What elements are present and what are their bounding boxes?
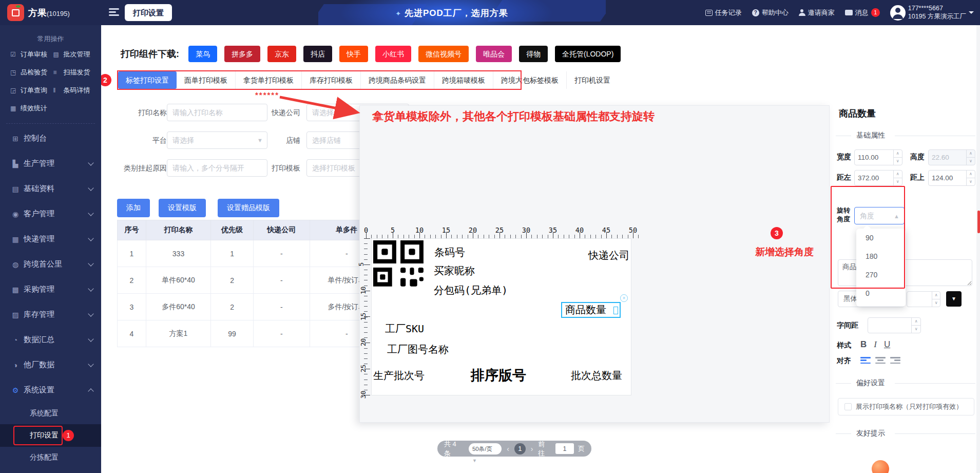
page-scrollbar[interactable]: [976, 25, 980, 473]
next-page-button[interactable]: ›: [530, 445, 534, 453]
quick-action-品检验货[interactable]: ◳品检验货: [10, 68, 53, 77]
delete-field-icon[interactable]: ×: [620, 294, 628, 302]
sidebar-item-系统设置[interactable]: ⚙系统设置: [0, 377, 101, 403]
quick-action-绩效统计[interactable]: ▦绩效统计: [10, 104, 53, 113]
open-tab-chip[interactable]: 打印设置: [125, 4, 172, 21]
tab-跨境箱唛模板[interactable]: 跨境箱唛模板: [434, 71, 493, 89]
category-hold-reason-input[interactable]: [167, 159, 267, 177]
sidebar-subitem-打印设置[interactable]: 1打印设置: [0, 424, 101, 447]
ruler-v-tick-10: 10: [359, 286, 367, 294]
sidebar-subitem-系统配置[interactable]: 系统配置: [0, 403, 101, 424]
sidebar-subitem-分拣配置[interactable]: 分拣配置: [0, 447, 101, 468]
font-size-stepper[interactable]: ∧∨: [907, 291, 940, 307]
italic-button[interactable]: I: [874, 339, 877, 349]
quick-action-订单查询[interactable]: ◲订单查询: [10, 86, 53, 95]
set-template-button[interactable]: 设置模版: [159, 199, 206, 217]
quick-action-扫描发货[interactable]: ≡扫描发货: [53, 68, 97, 77]
chevron-down-icon: [88, 235, 93, 241]
tab-拿货单打印模板[interactable]: 拿货单打印模板: [236, 71, 302, 89]
label-field-sku[interactable]: 工厂SKU: [385, 322, 424, 336]
angle-option-90[interactable]: 90: [856, 229, 906, 247]
quick-action-订单审核[interactable]: ☑订单审核: [10, 50, 53, 59]
tab-跨境商品条码设置[interactable]: 跨境商品条码设置: [361, 71, 434, 89]
label-field-sort-no[interactable]: 排序版号: [471, 366, 526, 385]
sidebar-item-生产管理[interactable]: ▙生产管理: [0, 151, 101, 176]
sidebar-item-客户管理[interactable]: ◉客户管理: [0, 201, 101, 226]
download-得物-button[interactable]: 得物: [519, 46, 548, 62]
tab-面单打印模板[interactable]: 面单打印模板: [177, 71, 236, 89]
sidebar-item-数据汇总[interactable]: ◔数据汇总: [0, 327, 101, 352]
sidebar-item-快递管理[interactable]: ▦快递管理: [0, 226, 101, 252]
align-right-icon[interactable]: [890, 357, 900, 365]
download-抖店-button[interactable]: 抖店: [303, 46, 332, 62]
label-field-batch-no[interactable]: 生产批次号: [373, 369, 425, 383]
download-微信视频号-button[interactable]: 微信视频号: [418, 46, 469, 62]
quick-action-条码详情[interactable]: ‖条码详情: [53, 86, 97, 95]
align-center-icon[interactable]: [875, 357, 886, 365]
tab-跨境大包标签模板[interactable]: 跨境大包标签模板: [493, 71, 567, 89]
tab-标签打印设置[interactable]: 标签打印设置: [118, 71, 177, 89]
page-size-select[interactable]: 50条/页 ▼: [469, 443, 502, 455]
label-field-split-code[interactable]: 分包码(兄弟单): [434, 283, 508, 297]
style-label: 样式: [837, 341, 851, 350]
table-cell: -: [253, 320, 310, 347]
rotate-angle-select[interactable]: 角度▲: [854, 207, 905, 224]
download-菜鸟-button[interactable]: 菜鸟: [188, 46, 217, 62]
label-field-drawing-name[interactable]: 工厂图号名称: [387, 343, 449, 356]
letter-spacing-stepper[interactable]: ∧∨: [868, 317, 921, 333]
download-京东-button[interactable]: 京东: [267, 46, 296, 62]
prev-page-button[interactable]: ‹: [506, 445, 510, 453]
sidebar-item-库存管理[interactable]: ▨库存管理: [0, 302, 101, 327]
align-left-icon[interactable]: [860, 357, 871, 365]
angle-option-0[interactable]: 0: [856, 284, 906, 302]
scrollbar-thumb[interactable]: [977, 211, 980, 233]
sidebar-item-基础资料[interactable]: ▤基础资料: [0, 176, 101, 201]
label-field-qty-selected[interactable]: 商品数量: [561, 302, 621, 318]
sparkle-icon: ✦: [395, 10, 401, 17]
sidebar-item-采购管理[interactable]: ▩采购管理: [0, 277, 101, 302]
platform-select[interactable]: 请选择▼: [167, 131, 267, 149]
goto-page-input[interactable]: [555, 443, 574, 454]
message-button[interactable]: 消息1: [845, 8, 880, 17]
menu-collapse-icon[interactable]: [109, 8, 119, 16]
current-page-button[interactable]: 1: [514, 443, 526, 455]
label-field-courier[interactable]: 快递公司: [588, 249, 629, 262]
tab-库存打印模板[interactable]: 库存打印模板: [302, 71, 361, 89]
resize-handle[interactable]: [613, 307, 618, 314]
tab-打印机设置[interactable]: 打印机设置: [567, 71, 618, 89]
print-name-input[interactable]: [167, 104, 267, 121]
download-拼多多-button[interactable]: 拼多多: [224, 46, 260, 62]
download-全托管(LODOP)-button[interactable]: 全托管(LODOP): [555, 46, 621, 62]
download-唯品会-button[interactable]: 唯品会: [476, 46, 512, 62]
label-field-batch-total[interactable]: 批次总数量: [571, 369, 622, 383]
invite-merchant-icon: [799, 9, 805, 16]
quick-action-批次管理[interactable]: ▤批次管理: [53, 50, 97, 59]
angle-option-270[interactable]: 270: [856, 266, 906, 284]
invite-merchant-button[interactable]: 邀请商家: [799, 8, 835, 17]
label-field-barcode[interactable]: 条码号: [434, 245, 465, 259]
bold-button[interactable]: B: [860, 339, 867, 349]
download-小红书-button[interactable]: 小红书: [375, 46, 411, 62]
sidebar-item-他厂数据[interactable]: ◑他厂数据: [0, 352, 101, 377]
underline-button[interactable]: U: [884, 339, 890, 349]
sidebar-item-label: 采购管理: [24, 285, 54, 294]
sidebar-item-控制台[interactable]: ⊞控制台: [0, 126, 101, 151]
offset-top-stepper[interactable]: ∧∨: [928, 170, 975, 186]
label-field-buyer[interactable]: 买家昵称: [434, 264, 475, 278]
set-gift-template-button[interactable]: 设置赠品模版: [218, 199, 279, 217]
app-logo[interactable]: [7, 4, 24, 21]
task-record-button[interactable]: 任务记录: [705, 8, 742, 17]
label-design-canvas[interactable]: 条码号 快递公司 买家昵称 分包码(兄弟单) 商品数量 × 工厂SKU 工厂图号…: [371, 238, 631, 395]
offset-left-stepper[interactable]: ∧∨: [854, 170, 902, 186]
help-center-button[interactable]: ?帮助中心: [752, 8, 789, 17]
angle-option-180[interactable]: 180: [856, 247, 906, 266]
width-stepper[interactable]: ∧∨: [854, 149, 902, 165]
font-color-picker[interactable]: ▼: [946, 291, 962, 307]
table-cell: -: [253, 294, 310, 320]
floating-assistant-icon[interactable]: [872, 460, 889, 473]
show-print-name-checkbox[interactable]: [844, 403, 852, 410]
user-account[interactable]: 177****5667 10195 方果演示工厂: [890, 5, 974, 21]
download-快手-button[interactable]: 快手: [339, 46, 368, 62]
add-button[interactable]: 添加: [117, 199, 150, 217]
sidebar-item-跨境首公里[interactable]: ◍跨境首公里: [0, 252, 101, 277]
